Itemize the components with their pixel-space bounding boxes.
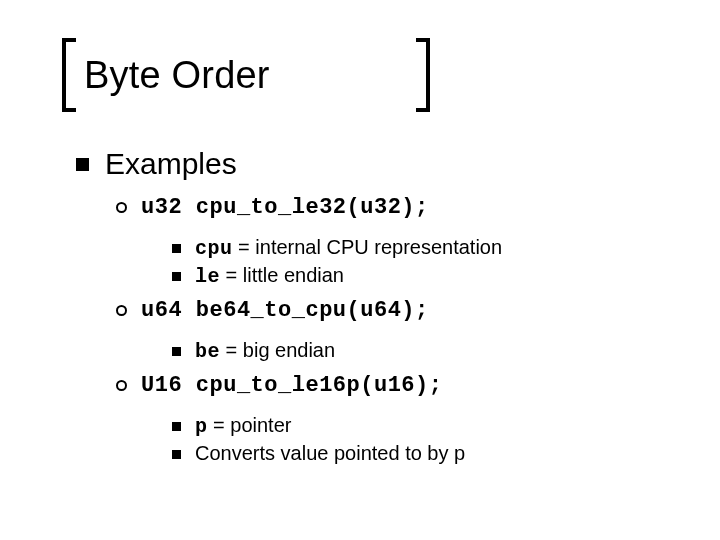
code-text: U16 cpu_to_le16p(u16); [141,373,442,398]
square-bullet-icon [172,244,181,253]
square-bullet-icon [172,450,181,459]
bracket-left-icon [62,38,76,112]
code-line: u32 cpu_to_le32(u32); [116,195,680,220]
note-code: cpu [195,237,233,260]
code-text: u64 be64_to_cpu(u64); [141,298,429,323]
slide-title: Byte Order [84,54,664,97]
note-code: p [195,415,208,438]
square-bullet-icon [172,272,181,281]
bracket-right-icon [416,38,430,112]
note-desc: = pointer [208,414,292,436]
note-desc: = internal CPU representation [233,236,503,258]
section-heading-text: Examples [105,147,237,181]
square-bullet-icon [172,347,181,356]
note-text: Converts value pointed to by p [195,442,465,466]
note-code: le [195,265,220,288]
note-text: cpu = internal CPU representation [195,236,502,260]
note-line: p = pointer [172,414,680,438]
note-desc: = little endian [220,264,344,286]
circle-bullet-icon [116,305,127,316]
note-desc: = big endian [220,339,335,361]
code-text: u32 cpu_to_le32(u32); [141,195,429,220]
circle-bullet-icon [116,202,127,213]
note-line: cpu = internal CPU representation [172,236,680,260]
list-item: U16 cpu_to_le16p(u16); p = pointer Conve… [76,373,680,466]
title-container: Byte Order [68,40,680,107]
circle-bullet-icon [116,380,127,391]
slide: Byte Order Examples u32 cpu_to_le32(u32)… [0,0,720,540]
square-bullet-icon [172,422,181,431]
note-code: be [195,340,220,363]
section-heading: Examples [76,147,680,181]
note-desc: Converts value pointed to by p [195,442,465,464]
note-text: p = pointer [195,414,291,438]
note-text: be = big endian [195,339,335,363]
note-line: Converts value pointed to by p [172,442,680,466]
list-item: u64 be64_to_cpu(u64); be = big endian [76,298,680,363]
code-line: U16 cpu_to_le16p(u16); [116,373,680,398]
square-bullet-icon [76,158,89,171]
note-line: be = big endian [172,339,680,363]
note-text: le = little endian [195,264,344,288]
list-item: u32 cpu_to_le32(u32); cpu = internal CPU… [76,195,680,288]
note-line: le = little endian [172,264,680,288]
content: Examples u32 cpu_to_le32(u32); cpu = int… [68,147,680,466]
code-line: u64 be64_to_cpu(u64); [116,298,680,323]
